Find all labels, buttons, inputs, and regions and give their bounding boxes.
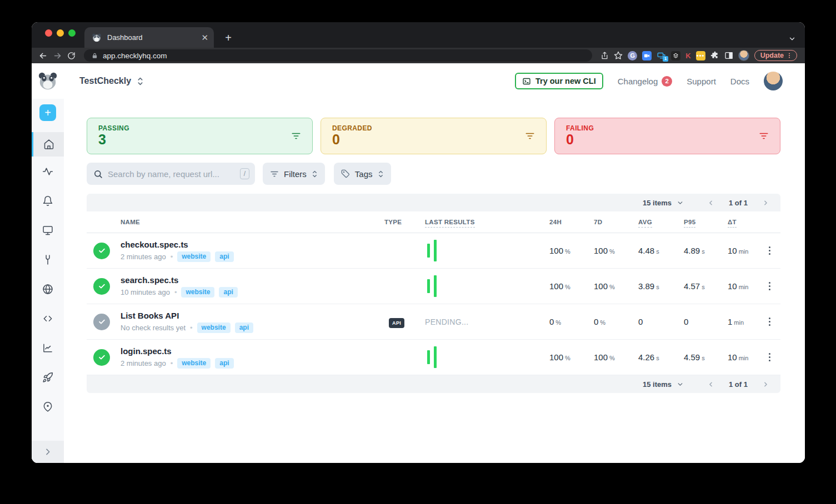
tag-api[interactable]: api (215, 251, 233, 262)
stack-extension-icon[interactable] (671, 51, 680, 61)
new-tab-button[interactable]: + (221, 31, 236, 45)
filters-chevrons-icon (312, 170, 318, 178)
items-per-page-select[interactable]: 15 items (643, 380, 684, 389)
tag-website[interactable]: website (181, 287, 214, 298)
search-box[interactable]: / (87, 163, 255, 185)
grammarly-extension-icon[interactable]: G (628, 51, 637, 61)
last-results-bars[interactable] (427, 269, 549, 304)
cell-7d: 100% (594, 352, 638, 362)
filters-button[interactable]: Filters (263, 163, 325, 185)
check-name[interactable]: checkout.spec.ts (121, 240, 384, 249)
table-row[interactable]: checkout.spec.ts 2 minutes agowebsiteapi… (87, 233, 780, 269)
sidebar-item-checks[interactable] (32, 157, 64, 186)
prev-page-icon[interactable] (707, 381, 714, 388)
col-type[interactable]: TYPE (384, 219, 425, 225)
table-row[interactable]: login.spec.ts 2 minutes agowebsiteapi 10… (87, 340, 780, 375)
col-avg[interactable]: AVG (638, 219, 684, 225)
row-menu-kebab-icon[interactable] (767, 244, 773, 258)
tab-close-icon[interactable]: ✕ (201, 33, 208, 42)
tags-button[interactable]: Tags (334, 163, 391, 185)
last-results-bars[interactable] (427, 340, 549, 375)
update-button[interactable]: Update (754, 50, 797, 61)
tag-api[interactable]: api (219, 287, 237, 298)
bookmark-star-icon[interactable] (614, 51, 623, 60)
sidebar-item-locations[interactable] (32, 392, 64, 421)
chart-icon (42, 342, 53, 354)
col-24h[interactable]: 24H (549, 219, 594, 225)
passing-filter-icon[interactable] (291, 132, 301, 140)
sidebar-item-maintenance[interactable] (32, 245, 64, 274)
tag-website[interactable]: website (197, 322, 231, 333)
sidebar-item-private-locations[interactable] (32, 274, 64, 304)
cell-dt: 10min (728, 281, 765, 291)
sidebar-item-deployments[interactable] (32, 362, 64, 392)
tag-website[interactable]: website (177, 251, 211, 262)
kagi-extension-icon[interactable]: K (685, 52, 690, 60)
dots-extension-icon[interactable]: ••• (696, 51, 705, 61)
tag-api[interactable]: api (235, 322, 253, 333)
sidebar-item-dashboards[interactable] (32, 215, 64, 245)
items-count-label: 15 items (643, 380, 672, 389)
filter-row: / Filters Tags (87, 163, 780, 185)
check-name[interactable]: login.spec.ts (121, 346, 384, 356)
create-check-button[interactable]: + (39, 104, 56, 121)
search-input[interactable] (108, 169, 235, 179)
col-last-results[interactable]: LAST RESULTS (425, 219, 549, 225)
docs-link[interactable]: Docs (730, 77, 749, 86)
table-row[interactable]: search.spec.ts 10 minutes agowebsiteapi … (87, 269, 780, 304)
passing-card[interactable]: PASSING 3 (87, 118, 313, 154)
checkly-app: TestCheckly Try our new CLI Changelog 2 … (32, 63, 805, 463)
search-shortcut-badge: / (240, 168, 249, 179)
prev-page-icon[interactable] (707, 199, 714, 206)
meta-separator (190, 324, 193, 332)
items-per-page-select[interactable]: 15 items (643, 199, 684, 207)
degraded-filter-icon[interactable] (525, 132, 535, 140)
close-window-button[interactable] (45, 29, 52, 37)
browser-tab-dashboard[interactable]: Dashboard ✕ (84, 27, 214, 48)
col-p95[interactable]: P95 (684, 219, 728, 225)
share-icon[interactable] (600, 52, 609, 60)
tab-search-chevron-icon[interactable] (788, 35, 796, 43)
side-panel-icon[interactable] (724, 51, 733, 60)
failing-card[interactable]: FAILING 0 (554, 118, 780, 154)
zoom-extension-icon[interactable] (642, 51, 652, 61)
screencast-extension-icon[interactable]: 1 (657, 52, 666, 60)
col-dt[interactable]: ΔT (728, 219, 765, 225)
sidebar-expand-button[interactable] (32, 441, 64, 463)
col-name[interactable]: NAME (121, 219, 384, 225)
degraded-card[interactable]: DEGRADED 0 (321, 118, 547, 154)
next-page-icon[interactable] (762, 381, 769, 388)
sidebar-item-snippets[interactable] (32, 304, 64, 333)
address-bar[interactable]: app.checklyhq.com (84, 49, 592, 62)
user-avatar[interactable] (764, 72, 783, 90)
last-results-bars[interactable] (427, 233, 549, 268)
tag-website[interactable]: website (177, 358, 211, 369)
account-switcher[interactable]: TestCheckly (79, 76, 144, 86)
zoom-window-button[interactable] (68, 29, 76, 37)
support-link[interactable]: Support (687, 77, 716, 86)
sidebar-item-home[interactable] (32, 132, 64, 157)
row-menu-kebab-icon[interactable] (767, 280, 773, 293)
row-menu-kebab-icon[interactable] (767, 315, 773, 329)
sidebar-item-analytics[interactable] (32, 333, 64, 362)
try-cli-button[interactable]: Try our new CLI (515, 73, 603, 89)
sidebar-item-alerts[interactable] (32, 186, 64, 215)
forward-icon[interactable] (53, 51, 62, 61)
failing-filter-icon[interactable] (759, 132, 769, 140)
minimize-window-button[interactable] (57, 29, 64, 37)
checkly-logo[interactable] (37, 70, 58, 92)
check-name[interactable]: List Books API (121, 311, 384, 320)
row-menu-kebab-icon[interactable] (767, 351, 773, 364)
filters-label: Filters (284, 169, 307, 179)
check-name[interactable]: search.spec.ts (121, 275, 384, 285)
reload-icon[interactable] (67, 52, 76, 60)
back-icon[interactable] (38, 51, 48, 61)
browser-profile-avatar[interactable] (738, 50, 749, 61)
next-page-icon[interactable] (762, 199, 769, 206)
tag-api[interactable]: api (215, 358, 233, 369)
terminal-icon (522, 77, 531, 85)
col-7d[interactable]: 7D (594, 219, 638, 225)
changelog-link[interactable]: Changelog 2 (618, 76, 673, 87)
table-row[interactable]: List Books API No check results yetwebsi… (87, 304, 780, 340)
extensions-puzzle-icon[interactable] (710, 51, 719, 60)
